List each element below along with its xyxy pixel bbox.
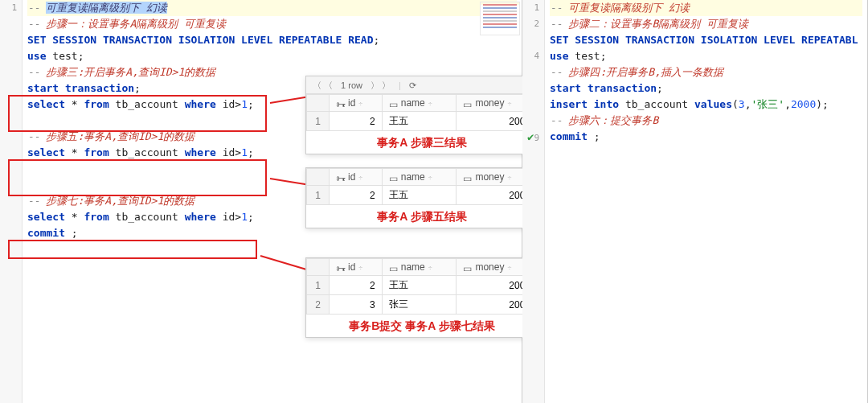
code-line[interactable]: SET SESSION TRANSACTION ISOLATION LEVEL … [27,32,517,48]
gutter-line-number: 1 [0,0,17,16]
result-toolbar[interactable]: 〈 〈 1 row 〉 〉 | ⟳ [306,76,538,94]
result-panel-step7: 🗝id÷ ▭name÷ ▭money÷ 1 2 王五 2000 2 3 张三 2… [305,257,538,338]
gutter-line-number [522,80,539,97]
code-line[interactable]: start transaction; [550,80,862,97]
gutter-line-number: 1 [522,0,539,16]
gutter-line-number: 2 [522,16,539,32]
right-gutter: 124✔9 [522,0,545,403]
code-line[interactable]: -- 步骤六：提交事务B [550,113,862,129]
result-caption: 事务A 步骤三结果 [306,131,538,154]
table-row[interactable]: 1 2 王五 2000 [307,276,538,295]
left-gutter: 1 ✔ [0,0,23,403]
gutter-line-number [522,113,539,129]
result-caption: 事务A 步骤五结果 [306,205,538,228]
code-line[interactable]: SET SESSION TRANSACTION ISOLATION LEVEL … [550,32,862,48]
nav-next-icon[interactable]: 〉 〉 [371,76,391,94]
column-header-id[interactable]: 🗝id÷ [330,259,383,276]
result-table[interactable]: 🗝id÷ ▭name÷ ▭money÷ 1 2 王五 2000 [306,168,538,205]
result-caption: 事务B提交 事务A 步骤七结果 [306,315,538,337]
minimap[interactable] [480,2,520,35]
result-panel-step5: 🗝id÷ ▭name÷ ▭money÷ 1 2 王五 2000 事务A 步骤五结… [305,167,538,228]
column-header-id[interactable]: 🗝id÷ [330,169,383,186]
column-header-name[interactable]: ▭name÷ [382,95,457,112]
column-header-id[interactable]: 🗝id÷ [330,95,383,112]
code-line[interactable]: commit ; [550,129,862,145]
gutter-line-number [522,32,539,48]
table-row[interactable]: 1 2 王五 2000 [307,186,538,205]
result-panel-step3: 〈 〈 1 row 〉 〉 | ⟳ 🗝id÷ ▭name÷ ▭money÷ 1 … [305,76,538,154]
result-table[interactable]: 🗝id÷ ▭name÷ ▭money÷ 1 2 王五 2000 2 3 张三 2… [306,258,538,315]
code-line[interactable]: use test; [27,48,517,64]
gutter-line-number [522,97,539,113]
right-code-area[interactable]: -- 可重复读隔离级别下 幻读-- 步骤二：设置事务B隔离级别 可重复读SET … [545,0,867,145]
code-line[interactable]: use test; [550,48,862,64]
refresh-icon[interactable]: ⟳ [409,76,416,94]
gutter-line-number [522,64,539,80]
right-editor-pane: 124✔9 -- 可重复读隔离级别下 幻读-- 步骤二：设置事务B隔离级别 可重… [522,0,868,403]
result-table[interactable]: 🗝id÷ ▭name÷ ▭money÷ 1 2 王五 2000 [306,94,538,131]
code-line[interactable]: -- 可重复读隔离级别下 幻读 [27,0,517,16]
row-count-label: 1 row [341,76,362,94]
code-line[interactable]: -- 步骤四:开启事务B,插入一条数据 [550,64,862,80]
table-row[interactable]: 2 3 张三 2000 [307,295,538,315]
code-line[interactable]: -- 步骤一：设置事务A隔离级别 可重复读 [27,16,517,32]
check-icon: ✔ [527,130,534,143]
annotation-box-step7 [8,240,257,259]
code-line[interactable]: -- 步骤二：设置事务B隔离级别 可重复读 [550,16,862,32]
column-header-name[interactable]: ▭name÷ [382,169,457,186]
left-editor-pane: 1 ✔ -- 可重复读隔离级别下 幻读-- 步骤一：设置事务A隔离级别 可重复读… [0,0,522,403]
code-line[interactable]: insert into tb_account values(3,'张三',200… [550,97,862,113]
nav-prev-icon[interactable]: 〈 〈 [313,76,333,94]
gutter-line-number: 4 [522,48,539,64]
table-row[interactable]: 1 2 王五 2000 [307,112,538,131]
column-header-name[interactable]: ▭name÷ [382,259,457,276]
gutter-line-number: ✔9 [522,129,539,145]
code-line[interactable]: -- 可重复读隔离级别下 幻读 [550,0,862,16]
